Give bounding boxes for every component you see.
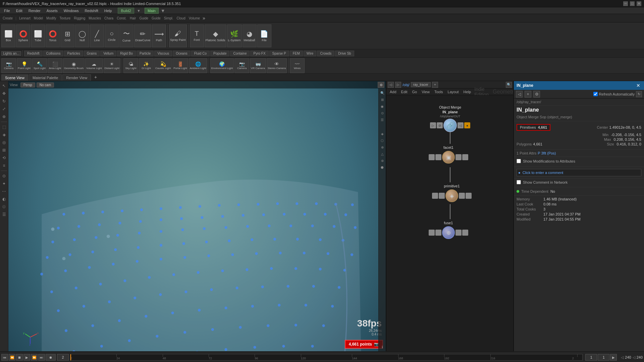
light-crowds[interactable]: Crowds (317, 51, 334, 56)
left-tool-scale[interactable]: ⤢ (1, 106, 7, 112)
light-wire[interactable]: Wire (304, 51, 317, 56)
vs-btn-11[interactable]: ⬢ (379, 164, 385, 170)
menu-edit[interactable]: Edit (13, 8, 25, 13)
net-back-button[interactable]: ◁ (388, 82, 394, 88)
vs-btn-6[interactable]: ◈ (379, 131, 385, 137)
maximize-button[interactable]: □ (630, 1, 635, 6)
net-forward-button[interactable]: ▷ (395, 82, 401, 88)
net-menu-go[interactable]: Go (410, 89, 419, 94)
menu-render[interactable]: Render (26, 8, 43, 13)
light-viscous[interactable]: Viscous (154, 51, 172, 56)
tool-line[interactable]: ╱Line (90, 24, 104, 47)
ctx-model[interactable]: Model (33, 16, 44, 20)
tool-gilight[interactable]: ✨GI Light (139, 58, 154, 73)
net-menu-layout[interactable]: Layout (446, 89, 461, 94)
node-primitive1-flag1[interactable] (439, 193, 445, 199)
tool-vrcamera[interactable]: 🥽VR Camera (250, 58, 266, 73)
tool-causticlight[interactable]: 💫Caustic Light (154, 58, 172, 73)
left-tool-5[interactable]: ⟲ (1, 155, 7, 161)
ctx-muscles[interactable]: Muscles (87, 16, 102, 20)
tool-tube[interactable]: ⬜Tube (31, 24, 45, 47)
tool-camera[interactable]: 📷Camera (1, 58, 16, 73)
timeline-jump-start[interactable]: ⏮ (1, 354, 8, 361)
node-in-plane[interactable]: Object Merge IN_plane /obj/plane/OUT ▷ ⊘… (420, 105, 480, 132)
light-container[interactable]: Containe (230, 51, 250, 56)
ctx-lennart[interactable]: Lennart (18, 16, 32, 20)
node-flag-display[interactable]: ● (464, 122, 470, 128)
light-pyrofx[interactable]: Pyro FX (250, 51, 268, 56)
node-facet1-bypass[interactable] (429, 154, 435, 160)
cam-select-button[interactable]: No cam (37, 82, 54, 87)
tool-camera2[interactable]: 📷Camera (234, 58, 249, 73)
vp-options-btn[interactable]: ⚙ (378, 82, 384, 88)
light-sparsep[interactable]: Sparse P (269, 51, 289, 56)
light-fluidco[interactable]: Fluid Co (191, 51, 210, 56)
left-tool-6[interactable]: ≡ (1, 162, 7, 169)
node-facet1-flag3[interactable] (462, 154, 468, 160)
left-tool-8[interactable]: ✦ (1, 180, 7, 187)
light-redshift[interactable]: Redshift (24, 51, 43, 56)
tab-sceneview[interactable]: Scene View (1, 74, 28, 81)
tool-path[interactable]: ⟶Path (152, 24, 166, 47)
refresh-button[interactable]: ↻ (636, 91, 642, 97)
node-facet1-flag2[interactable] (455, 154, 462, 160)
left-tool-7[interactable]: ⊙ (1, 173, 7, 179)
net-search-button[interactable]: 🔍 (506, 82, 512, 88)
timeline-bar[interactable]: 2 24 48 72 96 120 144 168 192 216 2 (70, 354, 583, 361)
light-fem[interactable]: FEM (290, 51, 303, 56)
left-tool-11[interactable]: ⦾ (1, 203, 7, 210)
refresh-auto-checkbox[interactable] (593, 92, 598, 96)
left-tool-2[interactable]: ◈ (1, 131, 7, 138)
timeline-stop[interactable]: ⏹ (16, 354, 23, 361)
light-vellum[interactable]: Vellum (100, 51, 116, 56)
fps-input[interactable]: 1 (585, 354, 597, 361)
left-tool-transform[interactable]: ⊕ (1, 113, 7, 120)
net-menu-add[interactable]: Add (388, 89, 398, 94)
tool-font[interactable]: TFont (190, 24, 204, 47)
node-primitive1-flag2[interactable] (459, 193, 465, 199)
vs-btn-3[interactable]: ◉ (379, 103, 385, 109)
light-collisions[interactable]: Collisions (43, 51, 64, 56)
net-menu-view[interactable]: View (420, 89, 432, 94)
current-frame-input[interactable]: 2 (57, 354, 69, 361)
ctx-guide1[interactable]: Guide (138, 16, 150, 20)
node-fuse1[interactable]: fuse1 ⊕ (423, 221, 474, 239)
tool-pointlight[interactable]: 💡Point Light (17, 58, 32, 73)
tool-drawcurve[interactable]: ✏DrawCurve (134, 24, 151, 47)
node-primitive1[interactable]: primitive1 ◈ (427, 184, 477, 202)
tool-metaball[interactable]: ◕Metaball (243, 24, 257, 47)
ctx-rigging[interactable]: Rigging (72, 16, 87, 20)
node-primitive1-bypass[interactable] (432, 193, 438, 199)
tool-envlight[interactable]: 🌍Environment Light (210, 58, 234, 73)
net-menu-tools[interactable]: Tools (432, 89, 445, 94)
ctx-hair[interactable]: Hair (128, 16, 137, 20)
attrs-link[interactable]: P 3flt (Pos) (538, 151, 556, 155)
node-facet1[interactable]: facet1 ▣ (427, 145, 470, 164)
tool-wires[interactable]: 〰Wires (290, 58, 305, 73)
ctx-const[interactable]: Const. (115, 16, 128, 20)
panel-close-button[interactable]: ✕ (635, 82, 641, 88)
perspective-button[interactable]: Persp (20, 82, 35, 87)
net-menu-edit[interactable]: Edit (399, 89, 410, 94)
tool-grid[interactable]: ⊞Grid (60, 24, 74, 47)
node-flag-template[interactable]: ◁ (458, 122, 464, 128)
light-drivesb[interactable]: Drive Sb (335, 51, 354, 56)
show-comment-checkbox[interactable] (517, 180, 521, 184)
node-flag-bypass[interactable]: ⊘ (437, 122, 443, 128)
light-particles[interactable]: Particles (64, 51, 83, 56)
left-tool-12[interactable]: ☰ (1, 211, 7, 218)
ctx-texture[interactable]: Texture (58, 16, 72, 20)
vs-btn-7[interactable]: ⬡ (379, 137, 385, 143)
vs-btn-4[interactable]: ⊙ (379, 110, 385, 116)
tool-lsystem[interactable]: 🌿L-System (227, 24, 242, 47)
tool-torus[interactable]: ⭕Torus (46, 24, 60, 47)
tab-add-button[interactable]: + (92, 73, 100, 81)
tool-sphere[interactable]: ⭕Sphere (16, 24, 30, 47)
left-tool-1[interactable]: ⬚ (1, 124, 7, 130)
vs-btn-9[interactable]: △ (379, 151, 385, 157)
menu-windows[interactable]: Windows (61, 8, 82, 13)
props-tool-1[interactable]: ◁ (516, 91, 523, 98)
light-rigidbody[interactable]: Rigid Bo (117, 51, 136, 56)
tool-distantlight[interactable]: ☀Distant Light (104, 58, 120, 73)
props-tool-3[interactable]: ⚙ (533, 91, 540, 98)
